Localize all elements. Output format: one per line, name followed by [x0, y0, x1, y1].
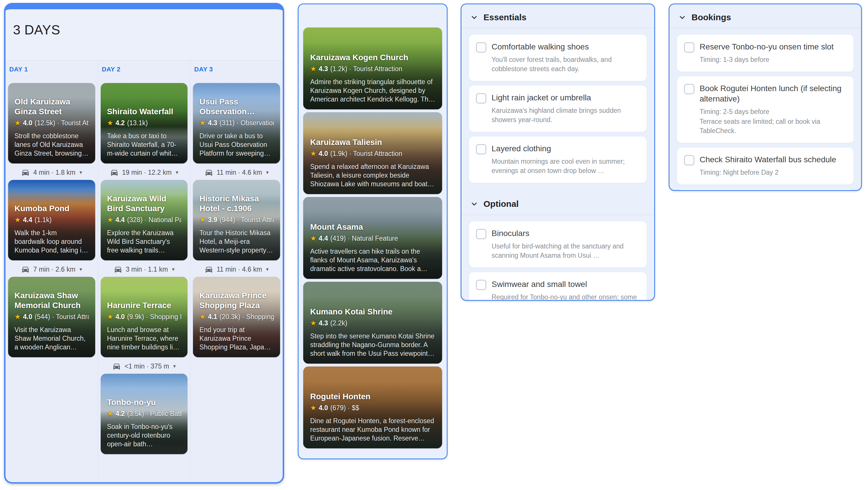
checklist-item-note: Useful for bird-watching at the sanctuar… [492, 241, 639, 260]
caret-down-icon: ▾ [172, 266, 175, 272]
checklist-item-swimwear-and-small-towel[interactable]: Swimwear and small towel Required for To… [469, 272, 647, 301]
rating-meta: (1.1k) [35, 216, 52, 224]
booking-item-book-rogutei-honten-lunch[interactable]: Book Rogutei Honten lunch (if selecting … [677, 76, 854, 143]
travel-time-row[interactable]: 3 min · 1.1 km ▾ [101, 263, 188, 276]
travel-time-row[interactable]: <1 min · 375 m ▾ [101, 360, 188, 372]
place-title: Karuizawa Prince Shopping Plaza [199, 291, 274, 311]
booking-item-text: Check Shiraito Waterfall bus schedule Ti… [700, 155, 846, 177]
booking-item-reserve-tonbo-no-yu[interactable]: Reserve Tonbo-no-yu onsen time slot Timi… [677, 35, 854, 72]
place-card-text: Karuizawa Taliesin ★ 4.0 (1.9k) · Touris… [303, 132, 442, 194]
suggestion-card-rogutei-honten[interactable]: Rogutei Honten ★ 4.0 (679) · $$ Dine at … [303, 366, 442, 448]
checklist-item-light-rain-jacket[interactable]: Light rain jacket or umbrella Karuizawa'… [469, 86, 647, 132]
suggestions-panel: Karuizawa Kogen Church ★ 4.3 (1.2k) · To… [298, 3, 447, 459]
place-card-karuizawa-prince-shopping-plaza[interactable]: Karuizawa Prince Shopping Plaza ★ 4.1 (2… [193, 277, 280, 357]
day-columns: DAY 1 Old Karuizawa Ginza Street ★ 4.0 (… [5, 60, 283, 483]
rating-meta: (3.5k) · Public Bath [127, 410, 181, 418]
checkbox[interactable] [476, 144, 486, 155]
place-card-karuizawa-shaw-memorial-church[interactable]: Karuizawa Shaw Memorial Church ★ 4.0 (54… [8, 277, 95, 357]
checkbox[interactable] [476, 229, 486, 239]
rating-meta: (13.1k) [127, 119, 148, 127]
star-icon: ★ [310, 319, 316, 327]
section-header-essentials[interactable]: Essentials [462, 4, 654, 28]
checkbox[interactable] [476, 93, 486, 103]
car-icon [112, 362, 121, 370]
rating-value: 4.3 [319, 319, 328, 327]
place-card-old-karuizawa-ginza-street[interactable]: Old Karuizawa Ginza Street ★ 4.0 (12.5k)… [8, 83, 95, 163]
checkbox[interactable] [476, 42, 486, 53]
star-icon: ★ [14, 119, 21, 127]
rating-value: 4.0 [319, 404, 328, 412]
place-description: Spend a relaxed afternoon at Karuizawa T… [310, 162, 435, 188]
checklist-item-comfortable-walking-shoes[interactable]: Comfortable walking shoes You'll cover f… [469, 35, 647, 81]
place-card-text: Historic Mikasa Hotel - c.1906 ★ 3.9 (94… [193, 188, 280, 260]
place-card-kumoba-pond[interactable]: Kumoba Pond ★ 4.4 (1.1k) Walk the 1-km b… [8, 180, 95, 260]
rating-value: 4.0 [319, 150, 328, 158]
place-card-tonbo-no-yu[interactable]: Tonbo-no-yu ★ 4.2 (3.5k) · Public Bath S… [101, 374, 188, 454]
place-card-harunire-terrace[interactable]: Harunire Terrace ★ 4.0 (9.9k) · Shopping… [101, 277, 188, 357]
caret-down-icon: ▾ [80, 266, 82, 272]
bookings-items: Reserve Tonbo-no-yu onsen time slot Timi… [670, 28, 861, 191]
booking-item-check-shiraito-bus-schedule[interactable]: Check Shiraito Waterfall bus schedule Ti… [677, 148, 854, 185]
place-card-text: Karuizawa Kogen Church ★ 4.3 (1.2k) · To… [303, 47, 442, 109]
star-icon: ★ [14, 216, 21, 224]
checkbox[interactable] [684, 42, 694, 53]
caret-down-icon: ▾ [173, 363, 176, 369]
place-rating-row: ★ 4.3 (1.2k) · Tourist Attraction [310, 65, 435, 73]
rating-value: 4.3 [319, 65, 328, 73]
bookings-panel: Bookings Reserve Tonbo-no-yu onsen time … [669, 3, 862, 191]
booking-item-verify-mikasa-hotel-opening-days[interactable]: Verify Historic Mikasa Hotel opening day… [677, 189, 854, 191]
rating-meta: (419) · Natural Feature [331, 235, 398, 242]
travel-time-row[interactable]: 7 min · 2.6 km ▾ [8, 263, 95, 276]
rating-meta: (1.9k) · Tourist Attraction [331, 150, 402, 158]
travel-time-row[interactable]: 11 min · 4.6 km ▾ [193, 166, 280, 179]
chevron-down-icon [678, 13, 686, 22]
booking-item-title: Check Shiraito Waterfall bus schedule [700, 155, 846, 165]
place-card-karuizawa-wild-bird-sanctuary[interactable]: Karuizawa Wild Bird Sanctuary ★ 4.4 (328… [101, 180, 188, 260]
travel-time-row[interactable]: 19 min · 12.2 km ▾ [101, 166, 188, 179]
suggestion-card-karuizawa-taliesin[interactable]: Karuizawa Taliesin ★ 4.0 (1.9k) · Touris… [303, 112, 442, 194]
booking-item-timing: Timing: Night before Day 2 [700, 168, 846, 177]
place-title: Shiraito Waterfall [107, 107, 181, 117]
place-card-text: Rogutei Honten ★ 4.0 (679) · $$ Dine at … [303, 386, 442, 448]
rating-meta: (20.3k) · Shopping Mall [220, 313, 274, 321]
place-description: Explore the Karuizawa Wild Bird Sanctuar… [107, 229, 181, 255]
place-description: Take a bus or taxi to Shiraito Waterfall… [107, 132, 181, 158]
place-title: Karuizawa Taliesin [310, 137, 435, 147]
place-card-usui-pass-observation-platform[interactable]: Usui Pass Observation Platform ★ 4.3 (31… [193, 83, 280, 163]
place-rating-row: ★ 4.2 (3.5k) · Public Bath [107, 410, 181, 418]
place-title: Kumano Kotai Shrine [310, 307, 435, 317]
checklist-item-layered-clothing[interactable]: Layered clothing Mountain mornings are c… [469, 136, 647, 183]
place-rating-row: ★ 4.1 (20.3k) · Shopping Mall [199, 313, 274, 321]
travel-time-row[interactable]: 11 min · 4.6 km ▾ [193, 263, 280, 276]
travel-time-row[interactable]: 4 min · 1.8 km ▾ [8, 166, 95, 179]
section-header-bookings[interactable]: Bookings [670, 4, 861, 28]
place-title: Rogutei Honten [310, 392, 435, 401]
booking-item-note: Terrace seats are limited; call or book … [700, 117, 846, 135]
rating-meta: (944) · Tourist Attraction [220, 216, 274, 224]
day-1-label: DAY 1 [8, 61, 95, 83]
travel-time-text: 19 min · 12.2 km [122, 169, 172, 176]
checklist-item-note: Required for Tonbo-no-yu and other onsen… [492, 292, 639, 301]
checklist-item-title: Layered clothing [492, 143, 639, 154]
day-2-label: DAY 2 [101, 61, 188, 83]
checklist-item-binoculars[interactable]: Binoculars Useful for bird-watching at t… [469, 221, 647, 267]
checkbox[interactable] [684, 155, 694, 165]
suggestion-card-mount-asama[interactable]: Mount Asama ★ 4.4 (419) · Natural Featur… [303, 197, 442, 279]
suggestion-card-kumano-kotai-shrine[interactable]: Kumano Kotai Shrine ★ 4.3 (2.2k) Step in… [303, 282, 442, 364]
rating-value: 4.0 [23, 119, 32, 127]
place-title: Old Karuizawa Ginza Street [14, 97, 89, 117]
place-card-shiraito-waterfall[interactable]: Shiraito Waterfall ★ 4.2 (13.1k) Take a … [101, 83, 188, 163]
section-header-optional[interactable]: Optional [462, 191, 654, 215]
suggestion-card-karuizawa-kogen-church[interactable]: Karuizawa Kogen Church ★ 4.3 (1.2k) · To… [303, 28, 442, 109]
star-icon: ★ [199, 313, 206, 321]
caret-down-icon: ▾ [266, 169, 269, 175]
place-title: Karuizawa Shaw Memorial Church [14, 291, 89, 311]
rating-meta: (9.9k) · Shopping Mall [127, 313, 181, 321]
checklist-item-note: Karuizawa's highland climate brings sudd… [492, 106, 639, 124]
star-icon: ★ [310, 65, 316, 73]
checklist-item-title: Binoculars [492, 228, 639, 239]
checkbox[interactable] [684, 84, 694, 94]
checkbox[interactable] [476, 280, 486, 290]
place-card-historic-mikasa-hotel[interactable]: Historic Mikasa Hotel - c.1906 ★ 3.9 (94… [193, 180, 280, 260]
checklist-item-text: Light rain jacket or umbrella Karuizawa'… [492, 93, 639, 124]
